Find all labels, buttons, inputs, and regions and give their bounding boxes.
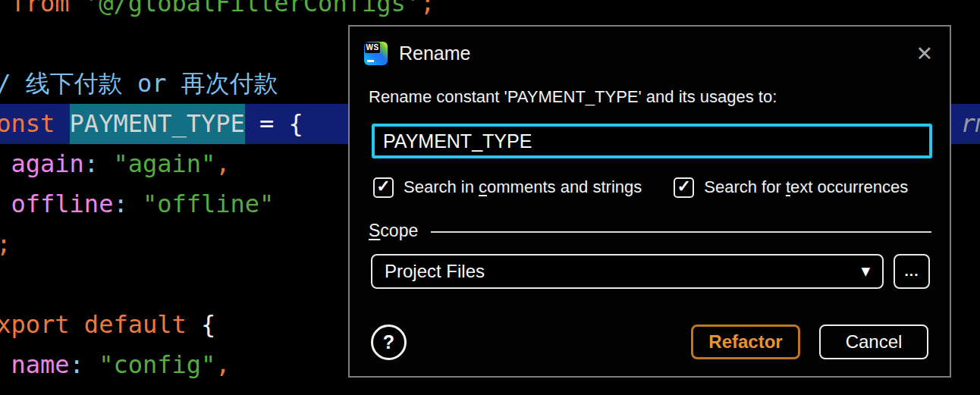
code-token xyxy=(55,109,69,138)
code-token: offline xyxy=(11,190,114,218)
code-token: again xyxy=(11,149,84,178)
code-token: name xyxy=(11,350,70,379)
scope-label: Scope xyxy=(369,221,418,241)
scope-divider xyxy=(431,231,931,233)
dialog-header: WS Rename ✕ xyxy=(364,36,933,71)
checkbox-search-comments[interactable]: ✓ Search in comments and strings xyxy=(373,177,642,198)
check-icon: ✓ xyxy=(376,178,390,195)
webstorm-badge: WS xyxy=(365,42,380,53)
check-icon: ✓ xyxy=(677,178,691,195)
dialog-footer: ? Refactor Cancel xyxy=(371,324,928,360)
close-icon[interactable]: ✕ xyxy=(916,43,933,64)
checkbox-box: ✓ xyxy=(373,177,394,198)
code-token xyxy=(0,350,11,379)
code-token xyxy=(0,0,11,17)
code-token: ; xyxy=(420,0,435,17)
scope-row: Project Files ▼ ... xyxy=(371,254,930,289)
new-name-input[interactable] xyxy=(372,124,932,158)
chevron-down-icon: ▼ xyxy=(861,265,870,278)
help-button[interactable]: ? xyxy=(371,324,407,360)
code-token: : xyxy=(70,350,84,379)
code-token xyxy=(128,190,143,218)
checkbox-label: Search for text occurrences xyxy=(704,177,908,197)
scope-selected-value: Project Files xyxy=(385,261,861,282)
code-token: PAYMENT_TYPE xyxy=(70,104,245,144)
checkbox-box: ✓ xyxy=(674,177,694,198)
code-token: "again" xyxy=(113,149,215,178)
code-token: : xyxy=(113,190,127,218)
code-token: '@/globalFilterConfigs' xyxy=(84,0,420,17)
cancel-button[interactable]: Cancel xyxy=(819,324,928,359)
checkbox-label: Search in comments and strings xyxy=(404,177,642,197)
code-token: rm xyxy=(961,109,980,138)
scope-section-header: Scope xyxy=(369,221,931,241)
code-token: }; xyxy=(0,230,11,259)
checkbox-search-text[interactable]: ✓ Search for text occurrences xyxy=(674,177,908,198)
options-row: ✓ Search in comments and strings ✓ Searc… xyxy=(373,175,931,199)
code-token: , xyxy=(215,149,230,178)
code-token xyxy=(84,350,99,379)
code-token: from xyxy=(11,0,70,17)
scope-more-button[interactable]: ... xyxy=(894,254,930,289)
code-token: = { xyxy=(245,109,303,138)
code-token: : xyxy=(84,149,99,178)
code-token xyxy=(0,190,11,218)
refactor-button[interactable]: Refactor xyxy=(691,324,800,359)
mnemonic: S xyxy=(369,221,380,240)
label-text: Search in xyxy=(404,177,479,196)
code-token: // 线下付款 or 再次付款 xyxy=(0,69,278,98)
code-line: from '@/globalFilterConfigs'; xyxy=(0,0,980,24)
label-text: ext occurrences xyxy=(790,177,908,196)
rename-dialog: WS Rename ✕ Rename constant 'PAYMENT_TYP… xyxy=(348,25,951,378)
code-token: export default xyxy=(0,310,187,339)
label-text: omments and strings xyxy=(487,177,642,196)
scope-dropdown[interactable]: Project Files ▼ xyxy=(371,254,884,289)
code-token: , xyxy=(215,350,230,379)
webstorm-underscore xyxy=(367,60,374,62)
code-token: const xyxy=(0,109,55,138)
webstorm-logo-icon: WS xyxy=(364,42,388,65)
code-token: { xyxy=(187,310,216,339)
label-text: cope xyxy=(380,221,418,240)
mnemonic: c xyxy=(479,177,487,196)
rename-prompt-label: Rename constant 'PAYMENT_TYPE' and its u… xyxy=(369,87,777,107)
dialog-title: Rename xyxy=(399,42,916,64)
code-token xyxy=(70,0,84,17)
code-token: "config" xyxy=(99,350,215,379)
code-token xyxy=(99,149,113,178)
label-text: Search for xyxy=(704,177,786,196)
code-token: "offline" xyxy=(143,190,274,218)
code-token xyxy=(0,149,11,178)
